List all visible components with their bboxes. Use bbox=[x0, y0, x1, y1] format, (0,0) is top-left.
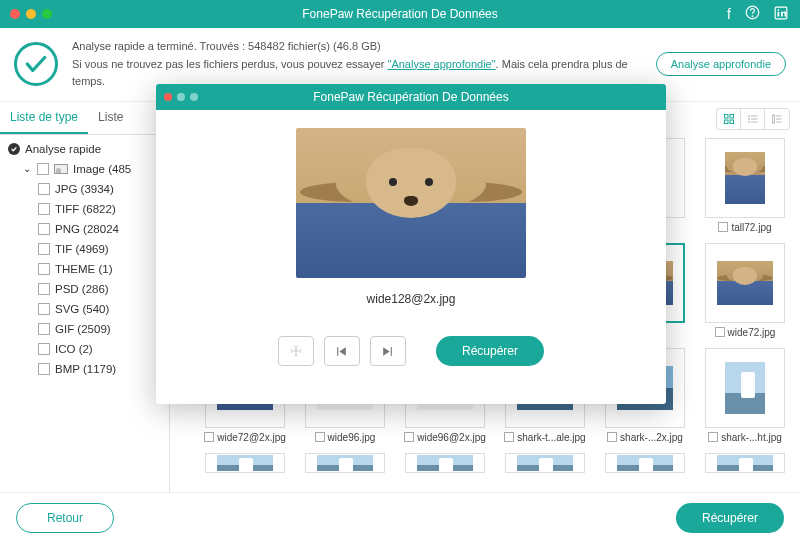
svg-rect-15 bbox=[773, 115, 775, 123]
modal-titlebar: FonePaw Récupération De Données bbox=[156, 84, 666, 110]
grid-item[interactable] bbox=[700, 453, 790, 473]
tree-item[interactable]: PNG (28024 bbox=[0, 219, 169, 239]
svg-rect-8 bbox=[730, 120, 734, 124]
thumbnail-image bbox=[617, 455, 673, 471]
grid-item[interactable] bbox=[500, 453, 590, 473]
image-icon bbox=[54, 164, 68, 174]
thumbnail-image bbox=[517, 455, 573, 471]
tree-item[interactable]: GIF (2509) bbox=[0, 319, 169, 339]
thumbnail-image bbox=[725, 362, 765, 414]
back-button[interactable]: Retour bbox=[16, 503, 114, 533]
window-close-button[interactable] bbox=[10, 9, 20, 19]
tree-item[interactable]: PSD (286) bbox=[0, 279, 169, 299]
thumbnail-image bbox=[317, 455, 373, 471]
grid-item[interactable] bbox=[300, 453, 390, 473]
list-view-button[interactable] bbox=[741, 109, 765, 129]
svg-rect-5 bbox=[724, 114, 728, 118]
svg-rect-6 bbox=[730, 114, 734, 118]
tree-item[interactable]: THEME (1) bbox=[0, 259, 169, 279]
complete-check-icon bbox=[14, 42, 58, 86]
previous-button[interactable] bbox=[324, 336, 360, 366]
linkedin-icon[interactable] bbox=[774, 6, 788, 23]
svg-rect-3 bbox=[778, 11, 780, 16]
thumbnail-image bbox=[717, 455, 773, 471]
tab-type-list[interactable]: Liste de type bbox=[0, 102, 88, 134]
app-title: FonePaw Récupération De Données bbox=[302, 7, 497, 21]
modal-minimize-button[interactable] bbox=[177, 93, 185, 101]
svg-rect-19 bbox=[338, 347, 339, 356]
svg-point-14 bbox=[748, 121, 749, 122]
checkbox[interactable] bbox=[37, 163, 49, 175]
svg-point-12 bbox=[748, 115, 749, 116]
svg-point-4 bbox=[778, 9, 780, 11]
modal-close-button[interactable] bbox=[164, 93, 172, 101]
chevron-down-icon: ⌄ bbox=[22, 163, 32, 174]
svg-marker-20 bbox=[340, 347, 347, 356]
tree-item[interactable]: TIF (4969) bbox=[0, 239, 169, 259]
thumbnail-image bbox=[217, 455, 273, 471]
fullscreen-button[interactable] bbox=[278, 336, 314, 366]
thumbnail-image bbox=[717, 261, 773, 305]
grid-item[interactable]: wide72.jpg bbox=[700, 243, 790, 338]
status-line1: Analyse rapide a terminé. Trouvés : 5484… bbox=[72, 38, 642, 56]
grid-item[interactable] bbox=[200, 453, 290, 473]
deep-scan-link[interactable]: "Analyse approfondie" bbox=[388, 58, 496, 70]
svg-marker-22 bbox=[384, 347, 391, 356]
thumbnail-image bbox=[417, 455, 473, 471]
preview-modal: FonePaw Récupération De Données wide128@… bbox=[156, 84, 666, 404]
tree-item[interactable]: ICO (2) bbox=[0, 339, 169, 359]
grid-item[interactable] bbox=[400, 453, 490, 473]
titlebar: FonePaw Récupération De Données f bbox=[0, 0, 800, 28]
footer: Retour Récupérer bbox=[0, 492, 800, 542]
svg-rect-21 bbox=[391, 347, 392, 356]
next-button[interactable] bbox=[370, 336, 406, 366]
grid-item[interactable]: shark-...ht.jpg bbox=[700, 348, 790, 443]
tree-item[interactable]: JPG (3934) bbox=[0, 179, 169, 199]
modal-title: FonePaw Récupération De Données bbox=[313, 90, 508, 104]
tree-image-group[interactable]: ⌄ Image (485 bbox=[0, 159, 169, 179]
tree-item[interactable]: SVG (540) bbox=[0, 299, 169, 319]
grid-view-button[interactable] bbox=[717, 109, 741, 129]
tree-quick-scan[interactable]: Analyse rapide bbox=[0, 139, 169, 159]
tree-item[interactable]: BMP (1179) bbox=[0, 359, 169, 379]
grid-item[interactable] bbox=[600, 453, 690, 473]
window-minimize-button[interactable] bbox=[26, 9, 36, 19]
deep-scan-button[interactable]: Analyse approfondie bbox=[656, 52, 786, 76]
sidebar: Liste de type Liste Analyse rapide ⌄ Ima… bbox=[0, 102, 170, 500]
modal-maximize-button[interactable] bbox=[190, 93, 198, 101]
facebook-icon[interactable]: f bbox=[727, 6, 731, 22]
tab-path-list[interactable]: Liste bbox=[88, 102, 133, 134]
grid-item[interactable]: tall72.jpg bbox=[700, 138, 790, 233]
file-tree: Analyse rapide ⌄ Image (485 JPG (3934) T… bbox=[0, 135, 169, 379]
svg-point-1 bbox=[752, 16, 753, 17]
modal-recover-button[interactable]: Récupérer bbox=[436, 336, 544, 366]
recover-button[interactable]: Récupérer bbox=[676, 503, 784, 533]
view-toggle bbox=[716, 108, 790, 130]
svg-point-13 bbox=[748, 118, 749, 119]
thumbnail-image bbox=[725, 152, 765, 204]
preview-filename: wide128@2x.jpg bbox=[174, 292, 648, 306]
svg-rect-7 bbox=[724, 120, 728, 124]
tree-item[interactable]: TIFF (6822) bbox=[0, 199, 169, 219]
preview-image bbox=[296, 128, 526, 278]
window-maximize-button[interactable] bbox=[42, 9, 52, 19]
detail-view-button[interactable] bbox=[765, 109, 789, 129]
help-icon[interactable] bbox=[745, 5, 760, 23]
